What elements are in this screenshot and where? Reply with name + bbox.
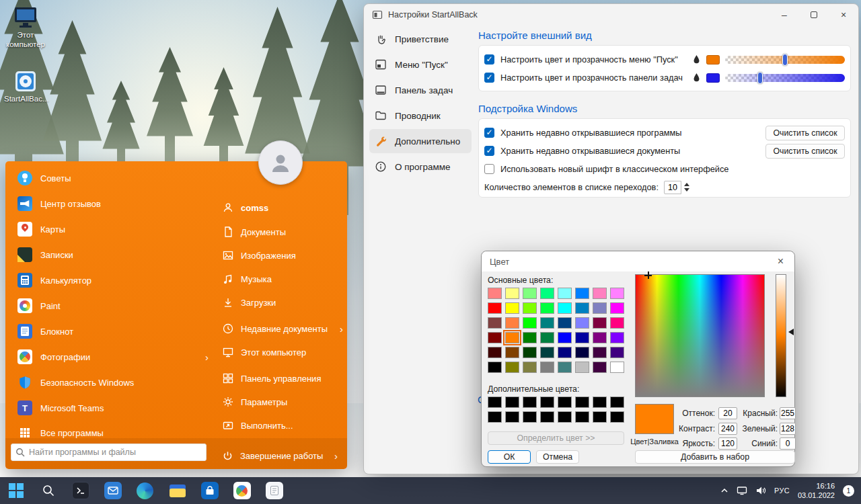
color-swatch[interactable] <box>593 347 607 358</box>
clear-documents-button[interactable]: Очистить список <box>765 144 845 159</box>
color-swatch[interactable] <box>505 347 519 358</box>
custom-color-swatch[interactable] <box>523 396 537 408</box>
color-swatch[interactable] <box>593 302 607 314</box>
color-swatch[interactable] <box>593 317 607 329</box>
hue-value[interactable]: 20 <box>718 407 737 419</box>
clear-programs-button[interactable]: Очистить список <box>765 126 845 140</box>
checkbox-taskbar-color[interactable] <box>484 73 494 83</box>
color-swatch[interactable] <box>523 332 537 343</box>
checkbox-recent-documents[interactable] <box>484 146 494 156</box>
start-menu-item-this-pc[interactable]: Этот компьютер <box>222 342 343 362</box>
cancel-button[interactable]: Отмена <box>536 450 579 464</box>
notification-badge[interactable]: 1 <box>843 485 854 497</box>
taskbar-terminal-button[interactable] <box>71 482 89 500</box>
start-menu-item-feedback-hub[interactable]: Центр отзывов <box>11 191 215 216</box>
custom-color-swatch[interactable] <box>558 396 572 408</box>
hue-saturation-field[interactable] <box>635 274 765 397</box>
color-swatch[interactable] <box>593 288 607 299</box>
color-swatch[interactable] <box>575 362 589 373</box>
taskbar-edge-button[interactable] <box>136 482 154 500</box>
color-swatch[interactable] <box>505 317 519 329</box>
color-swatch[interactable] <box>523 317 537 329</box>
start-menu-item-tips[interactable]: Советы <box>11 165 215 191</box>
start-menu-item-control-panel[interactable]: Панель управления <box>222 368 343 388</box>
desktop-icon-startallback[interactable]: StartAllBac... <box>4 69 47 104</box>
color-swatch[interactable] <box>505 302 519 314</box>
start-menu-item-downloads[interactable]: Загрузки <box>222 292 343 312</box>
shutdown-options-arrow-icon[interactable]: › <box>334 450 338 462</box>
color-swatch[interactable] <box>575 317 589 329</box>
sidebar-item-about[interactable]: О программе <box>369 155 472 179</box>
avatar[interactable] <box>258 140 303 185</box>
custom-color-swatch[interactable] <box>505 396 519 408</box>
sidebar-item-welcome[interactable]: Приветствие <box>369 27 472 51</box>
sidebar-item-explorer[interactable]: Проводник <box>369 103 472 128</box>
luminance-slider-arrow[interactable] <box>788 329 794 335</box>
taskbar-search-button[interactable] <box>39 482 57 500</box>
taskbar-transparency-slider[interactable] <box>725 71 845 85</box>
volume-icon[interactable] <box>755 486 766 495</box>
taskbar-photos-button[interactable] <box>233 482 251 500</box>
search-input[interactable] <box>11 444 207 461</box>
start-button[interactable] <box>7 482 25 500</box>
hue-saturation-marker[interactable] <box>644 271 652 279</box>
start-menu-item-user[interactable]: comss <box>222 198 343 218</box>
color-swatch[interactable] <box>523 362 537 373</box>
slider-handle[interactable] <box>782 54 788 66</box>
start-menu-item-recent-documents[interactable]: Недавние документы › <box>222 319 343 339</box>
taskbar-clock[interactable]: 16:16 03.01.2022 <box>798 481 835 501</box>
color-swatch[interactable] <box>523 347 537 358</box>
color-swatch[interactable] <box>558 288 572 299</box>
stepper-down-icon[interactable] <box>684 188 689 192</box>
taskbar-store-button[interactable] <box>200 482 219 500</box>
blue-value[interactable]: 0 <box>780 437 796 450</box>
start-menu-item-sticky-notes[interactable]: Записки <box>11 242 215 267</box>
close-button[interactable]: × <box>829 4 858 25</box>
hidden-icons-chevron[interactable] <box>720 487 728 494</box>
start-menu-item-calculator[interactable]: Калькулятор <box>11 267 215 293</box>
start-menu-item-paint[interactable]: Paint <box>11 293 215 319</box>
taskbar-notepad-button[interactable] <box>265 482 283 500</box>
custom-color-swatch[interactable] <box>593 396 607 408</box>
stepper-arrows[interactable] <box>684 183 689 192</box>
add-to-custom-colors-button[interactable]: Добавить в набор <box>635 450 795 464</box>
start-menu-item-photos[interactable]: Фотографии › <box>11 344 215 370</box>
sidebar-item-advanced[interactable]: Дополнительно <box>369 129 472 153</box>
color-swatch[interactable] <box>523 288 537 299</box>
start-menu-item-maps[interactable]: Карты <box>11 216 215 242</box>
color-swatch[interactable] <box>575 288 589 299</box>
color-swatch[interactable] <box>610 302 624 314</box>
color-swatch[interactable] <box>488 288 502 299</box>
start-search[interactable] <box>11 444 207 461</box>
color-swatch[interactable] <box>610 362 624 373</box>
display-cast-icon[interactable] <box>737 486 747 495</box>
color-swatch[interactable] <box>540 317 554 329</box>
color-swatch[interactable] <box>558 362 572 373</box>
start-menu-color-chip[interactable] <box>706 55 720 65</box>
start-menu-item-documents[interactable]: Документы <box>222 222 343 242</box>
taskbar-mail-button[interactable] <box>104 482 122 500</box>
color-swatch[interactable] <box>610 347 624 358</box>
start-menu-item-windows-security[interactable]: Безопасность Windows <box>11 370 215 395</box>
color-swatch[interactable] <box>540 347 554 358</box>
color-swatch[interactable] <box>540 362 554 373</box>
sidebar-item-taskbar[interactable]: Панель задач <box>369 78 472 102</box>
color-swatch[interactable] <box>610 332 624 343</box>
green-value[interactable]: 128 <box>780 423 796 435</box>
saturation-value[interactable]: 240 <box>718 423 737 435</box>
color-swatch[interactable] <box>575 332 589 343</box>
shutdown-button[interactable]: Завершение работы › <box>222 446 338 466</box>
color-swatch[interactable] <box>575 347 589 358</box>
checkbox-start-menu-color[interactable] <box>484 54 494 65</box>
color-swatch[interactable] <box>505 332 519 343</box>
luminance-bar[interactable] <box>776 274 786 397</box>
color-swatch[interactable] <box>488 302 502 314</box>
color-swatch[interactable] <box>488 362 502 373</box>
slider-handle[interactable] <box>757 72 763 84</box>
color-swatch[interactable] <box>558 302 572 314</box>
color-swatch[interactable] <box>505 362 519 373</box>
start-menu-item-run[interactable]: Выполнить... <box>222 415 343 435</box>
start-menu-item-notepad[interactable]: Блокнот <box>11 319 215 344</box>
color-swatch[interactable] <box>488 317 502 329</box>
color-swatch[interactable] <box>505 288 519 299</box>
